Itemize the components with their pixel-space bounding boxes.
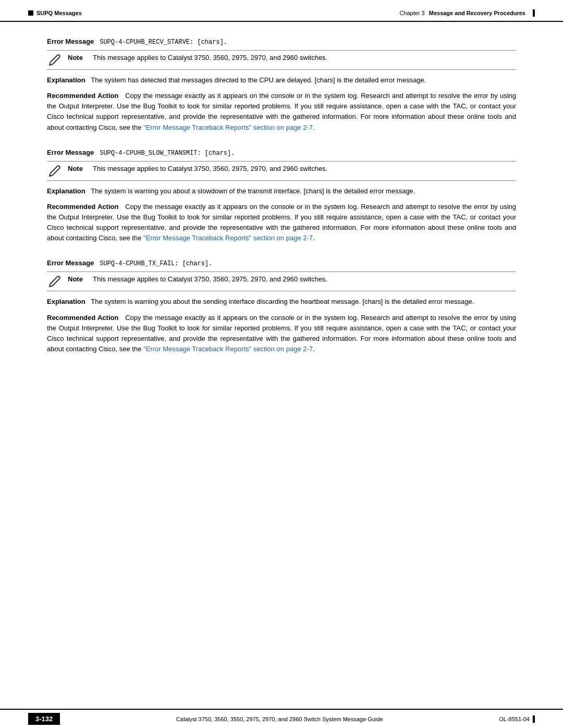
footer-bar-icon <box>533 715 535 723</box>
explanation-label-3: Explanation <box>47 298 85 305</box>
page-number: 3-132 <box>28 713 60 725</box>
error-message-line-2: Error Message SUPQ-4-CPUHB_SLOW_TRANSMIT… <box>47 149 516 157</box>
note-box-1: Note This message applies to Catalyst 37… <box>47 50 516 70</box>
explanation-3: Explanation The system is warning you ab… <box>47 297 516 307</box>
footer-doc-id: OL-8551-04 <box>499 716 530 722</box>
section-label: SUPQ Messages <box>28 10 82 16</box>
chapter-label: Chapter 3 <box>399 10 424 16</box>
footer-right: OL-8551-04 <box>499 715 535 723</box>
explanation-label-2: Explanation <box>47 187 85 195</box>
action-link-2[interactable]: "Error Message Traceback Reports" sectio… <box>143 234 313 242</box>
error-label-3: Error Message <box>47 259 94 267</box>
note-label-1: Note <box>68 54 88 61</box>
error-block-3: Error Message SUPQ-4-CPUHB_TX_FAIL: [cha… <box>47 259 516 354</box>
chapter-title: Message and Recovery Procedures <box>429 10 525 16</box>
explanation-label-1: Explanation <box>47 76 85 84</box>
page-header: SUPQ Messages Chapter 3 Message and Reco… <box>0 0 563 22</box>
error-code-1: SUPQ-4-CPUHB_RECV_STARVE: [chars]. <box>100 39 227 46</box>
note-text-1: This message applies to Catalyst 3750, 3… <box>93 54 327 61</box>
pencil-icon-3 <box>47 275 63 288</box>
note-label-3: Note <box>68 275 88 283</box>
action-2: Recommended Action Copy the message exac… <box>47 202 516 244</box>
explanation-text-3: The system is warning you about the send… <box>91 298 474 305</box>
explanation-2: Explanation The system is warning you ab… <box>47 186 516 196</box>
note-text-3: This message applies to Catalyst 3750, 3… <box>93 275 327 283</box>
note-label-2: Note <box>68 165 88 172</box>
footer-book-title: Catalyst 3750, 3560, 3550, 2975, 2970, a… <box>60 716 499 722</box>
error-label-1: Error Message <box>47 38 94 45</box>
note-box-2: Note This message applies to Catalyst 37… <box>47 161 516 181</box>
action-3: Recommended Action Copy the message exac… <box>47 313 516 355</box>
section-square-icon <box>28 10 33 16</box>
action-label-2: Recommended Action <box>47 203 118 211</box>
section-name: SUPQ Messages <box>36 10 82 16</box>
explanation-1: Explanation The system has detected that… <box>47 75 516 85</box>
action-1: Recommended Action Copy the message exac… <box>47 91 516 133</box>
main-content: Error Message SUPQ-4-CPUHB_RECV_STARVE: … <box>0 22 563 709</box>
action-label-3: Recommended Action <box>47 314 118 322</box>
note-box-3: Note This message applies to Catalyst 37… <box>47 272 516 291</box>
explanation-text-2: The system is warning you about a slowdo… <box>91 187 415 195</box>
header-bar-icon <box>533 9 535 17</box>
error-label-2: Error Message <box>47 149 94 156</box>
error-code-2: SUPQ-4-CPUHB_SLOW_TRANSMIT: [chars]. <box>100 150 235 157</box>
pencil-icon-1 <box>47 54 63 66</box>
error-block-1: Error Message SUPQ-4-CPUHB_RECV_STARVE: … <box>47 38 516 133</box>
error-code-3: SUPQ-4-CPUHB_TX_FAIL: [chars]. <box>100 260 212 267</box>
explanation-text-1: The system has detected that messages di… <box>91 76 426 84</box>
action-link-3[interactable]: "Error Message Traceback Reports" sectio… <box>143 345 313 353</box>
action-link-1[interactable]: "Error Message Traceback Reports" sectio… <box>143 124 313 131</box>
note-text-2: This message applies to Catalyst 3750, 3… <box>93 165 327 172</box>
page: SUPQ Messages Chapter 3 Message and Reco… <box>0 0 563 728</box>
header-right: Chapter 3 Message and Recovery Procedure… <box>399 9 535 17</box>
action-end-3: . <box>313 345 315 353</box>
error-block-2: Error Message SUPQ-4-CPUHB_SLOW_TRANSMIT… <box>47 149 516 244</box>
pencil-icon-2 <box>47 165 63 177</box>
action-end-1: . <box>313 124 315 131</box>
error-message-line-1: Error Message SUPQ-4-CPUHB_RECV_STARVE: … <box>47 38 516 46</box>
page-footer: 3-132 Catalyst 3750, 3560, 3550, 2975, 2… <box>0 709 563 728</box>
action-end-2: . <box>313 234 315 242</box>
error-message-line-3: Error Message SUPQ-4-CPUHB_TX_FAIL: [cha… <box>47 259 516 267</box>
action-label-1: Recommended Action <box>47 92 118 100</box>
